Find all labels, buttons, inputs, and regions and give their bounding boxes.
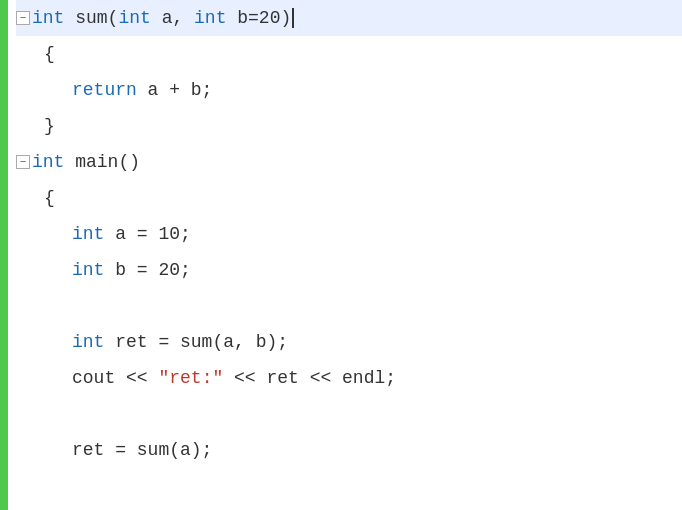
keyword-int-7: int	[72, 216, 104, 252]
keyword-int-8: int	[72, 252, 104, 288]
code-line-11: cout << "ret:" << ret << endl;	[16, 360, 682, 396]
keyword-return: return	[72, 72, 137, 108]
code-text-4: }	[44, 108, 55, 144]
code-line-13: ret = sum(a);	[16, 432, 682, 468]
collapse-icon-1[interactable]: −	[16, 11, 30, 25]
code-text-3: a + b;	[137, 72, 213, 108]
code-editor: −int sum(int a, int b=20) { return a + b…	[0, 0, 682, 510]
code-text-1a: sum(	[64, 0, 118, 36]
code-text-13: ret = sum(a);	[72, 432, 212, 468]
code-line-1: −int sum(int a, int b=20)	[16, 0, 682, 36]
left-accent-bar	[0, 0, 8, 510]
code-text-5: main()	[64, 144, 140, 180]
code-text-6: {	[44, 180, 55, 216]
code-line-9	[16, 288, 682, 324]
code-text-2: {	[44, 36, 55, 72]
code-line-5: −int main()	[16, 144, 682, 180]
collapse-icon-5[interactable]: −	[16, 155, 30, 169]
keyword-int-10: int	[72, 324, 104, 360]
code-text-7: a = 10;	[104, 216, 190, 252]
code-line-12	[16, 396, 682, 432]
string-ret: "ret:"	[158, 360, 223, 396]
code-line-6: {	[16, 180, 682, 216]
code-text-11a: cout <<	[72, 360, 158, 396]
keyword-int-1c: int	[194, 0, 226, 36]
code-text-10: ret = sum(a, b);	[104, 324, 288, 360]
keyword-int-1: int	[32, 0, 64, 36]
code-line-2: {	[16, 36, 682, 72]
code-text-8: b = 20;	[104, 252, 190, 288]
code-line-10: int ret = sum(a, b);	[16, 324, 682, 360]
code-text-11b: << ret << endl;	[223, 360, 396, 396]
code-text-1b: a,	[151, 0, 194, 36]
code-line-3: return a + b;	[16, 72, 682, 108]
text-cursor	[292, 8, 294, 28]
code-content-area[interactable]: −int sum(int a, int b=20) { return a + b…	[8, 0, 682, 510]
keyword-int-5: int	[32, 144, 64, 180]
keyword-int-1b: int	[118, 0, 150, 36]
code-line-7: int a = 10;	[16, 216, 682, 252]
code-line-8: int b = 20;	[16, 252, 682, 288]
code-text-1c: b=20)	[226, 0, 291, 36]
code-line-4: }	[16, 108, 682, 144]
